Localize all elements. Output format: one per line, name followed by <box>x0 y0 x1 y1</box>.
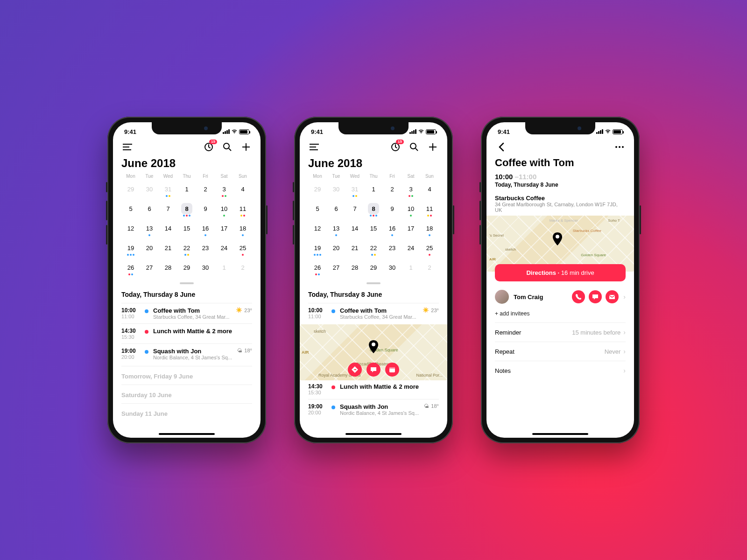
search-icon[interactable] <box>221 141 233 153</box>
calendar-day[interactable]: 7 <box>159 201 177 220</box>
event-row[interactable]: 14:3015:30 Lunch with Mattie & 2 more <box>121 325 252 343</box>
inbox-icon[interactable]: 15 <box>203 141 215 153</box>
calendar-day[interactable]: 21 <box>159 240 177 259</box>
calendar-day[interactable]: 1 <box>364 182 383 200</box>
calendar-day[interactable]: 14 <box>159 221 177 239</box>
calendar-day[interactable]: 3 <box>215 182 233 200</box>
calendar-day[interactable]: 30 <box>140 182 159 200</box>
more-icon[interactable] <box>613 141 626 153</box>
calendar-day[interactable]: 28 <box>345 260 364 279</box>
directions-button[interactable]: Directions · 16 min drive <box>495 264 626 281</box>
calendar-day[interactable]: 16 <box>383 221 402 239</box>
calendar-day[interactable]: 29 <box>177 260 196 279</box>
calendar-day[interactable]: 5 <box>121 201 140 220</box>
calendar-day[interactable]: 15 <box>177 221 196 239</box>
home-indicator[interactable] <box>532 433 588 435</box>
calendar-day[interactable]: 27 <box>327 260 345 279</box>
calendar-day[interactable]: 12 <box>308 221 327 239</box>
calendar-day[interactable]: 5 <box>308 201 327 220</box>
home-indicator[interactable] <box>159 433 215 435</box>
calendar-day[interactable]: 11 <box>233 201 252 220</box>
calendar-day[interactable]: 22 <box>177 240 196 259</box>
calendar-day[interactable]: 13 <box>327 221 345 239</box>
calendar-day[interactable]: 26 <box>121 260 140 279</box>
calendar-day[interactable]: 8 <box>364 201 383 220</box>
drag-handle[interactable] <box>366 282 381 284</box>
calendar-day[interactable]: 18 <box>420 221 439 239</box>
calendar-day[interactable]: 20 <box>140 240 159 259</box>
future-day-label[interactable]: Tomorrow, Friday 9 June <box>121 366 252 382</box>
event-row[interactable]: 19:0020:00 Squash with JonNordic Balance… <box>121 345 252 363</box>
event-row[interactable]: 14:3015:30 Lunch with Mattie & 2 more <box>308 380 439 398</box>
calendar-day[interactable]: 4 <box>420 182 439 200</box>
calendar-day[interactable]: 9 <box>383 201 402 220</box>
calendar-day[interactable]: 17 <box>215 221 233 239</box>
calendar-day[interactable]: 7 <box>345 201 364 220</box>
email-icon[interactable] <box>606 290 619 303</box>
calendar-day[interactable]: 30 <box>196 260 215 279</box>
event-row[interactable]: 19:0020:00 Squash with JonNordic Balance… <box>308 400 439 419</box>
calendar-day[interactable]: 25 <box>420 240 439 259</box>
calendar-day[interactable]: 10 <box>402 201 420 220</box>
add-icon[interactable] <box>427 141 439 153</box>
reminder-row[interactable]: Reminder 15 minutes before› <box>495 322 626 342</box>
calendar-day[interactable]: 11 <box>420 201 439 220</box>
add-invitees-button[interactable]: + add invitees <box>495 307 626 322</box>
search-icon[interactable] <box>408 141 420 153</box>
calendar-day[interactable]: 20 <box>327 240 345 259</box>
event-map[interactable]: sketch Golden Square Piccadilly Theatre … <box>300 324 447 380</box>
calendar-day[interactable]: 27 <box>140 260 159 279</box>
future-day-label[interactable]: Saturday 10 June <box>121 385 252 400</box>
inbox-icon[interactable]: 15 <box>389 141 402 153</box>
drag-handle[interactable] <box>180 282 194 284</box>
back-icon[interactable] <box>495 141 507 153</box>
calendar-day[interactable]: 28 <box>159 260 177 279</box>
location-map[interactable]: Soho T Starbucks Coffee 's Secret sketch… <box>486 216 634 272</box>
calendar-day[interactable]: 1 <box>215 260 233 279</box>
calendar-day[interactable]: 22 <box>364 240 383 259</box>
calendar-day[interactable]: 24 <box>402 240 420 259</box>
repeat-row[interactable]: Repeat Never› <box>495 342 626 361</box>
home-indicator[interactable] <box>345 433 402 435</box>
future-day-label[interactable]: Sunday 11 June <box>121 403 252 419</box>
calendar-day[interactable]: 31 <box>345 182 364 200</box>
calendar-day[interactable]: 2 <box>196 182 215 200</box>
calendar-day[interactable]: 15 <box>364 221 383 239</box>
map-calendar-icon[interactable] <box>385 363 399 377</box>
menu-icon[interactable] <box>308 141 320 153</box>
calendar-day[interactable]: 19 <box>308 240 327 259</box>
calendar-day[interactable]: 1 <box>402 260 420 279</box>
calendar-day[interactable]: 16 <box>196 221 215 239</box>
calendar-day[interactable]: 19 <box>121 240 140 259</box>
calendar-day[interactable]: 29 <box>308 182 327 200</box>
menu-icon[interactable] <box>121 141 134 153</box>
event-row[interactable]: 10:0011:00 Coffee with TomStarbucks Coff… <box>121 304 252 322</box>
calendar-day[interactable]: 10 <box>215 201 233 220</box>
calendar-day[interactable]: 24 <box>215 240 233 259</box>
calendar-day[interactable]: 9 <box>196 201 215 220</box>
calendar-day[interactable]: 17 <box>402 221 420 239</box>
calendar-day[interactable]: 2 <box>383 182 402 200</box>
event-row[interactable]: 10:0011:00 Coffee with TomStarbucks Coff… <box>308 304 439 322</box>
add-icon[interactable] <box>240 141 252 153</box>
calendar-day[interactable]: 23 <box>196 240 215 259</box>
calendar-day[interactable]: 13 <box>140 221 159 239</box>
calendar-day[interactable]: 25 <box>233 240 252 259</box>
calendar-grid[interactable]: 2930311234567891011121314151617181920212… <box>121 182 252 279</box>
calendar-day[interactable]: 8 <box>177 201 196 220</box>
message-icon[interactable] <box>589 290 602 303</box>
calendar-day[interactable]: 2 <box>420 260 439 279</box>
calendar-day[interactable]: 26 <box>308 260 327 279</box>
calendar-grid[interactable]: 2930311234567891011121314151617181920212… <box>308 182 439 279</box>
calendar-day[interactable]: 23 <box>383 240 402 259</box>
calendar-day[interactable]: 30 <box>383 260 402 279</box>
call-icon[interactable] <box>572 290 585 303</box>
calendar-day[interactable]: 1 <box>177 182 196 200</box>
calendar-day[interactable]: 6 <box>140 201 159 220</box>
calendar-day[interactable]: 3 <box>402 182 420 200</box>
calendar-day[interactable]: 4 <box>233 182 252 200</box>
calendar-day[interactable]: 12 <box>121 221 140 239</box>
invitee-row[interactable]: Tom Craig › <box>495 287 626 307</box>
calendar-day[interactable]: 14 <box>345 221 364 239</box>
calendar-day[interactable]: 31 <box>159 182 177 200</box>
